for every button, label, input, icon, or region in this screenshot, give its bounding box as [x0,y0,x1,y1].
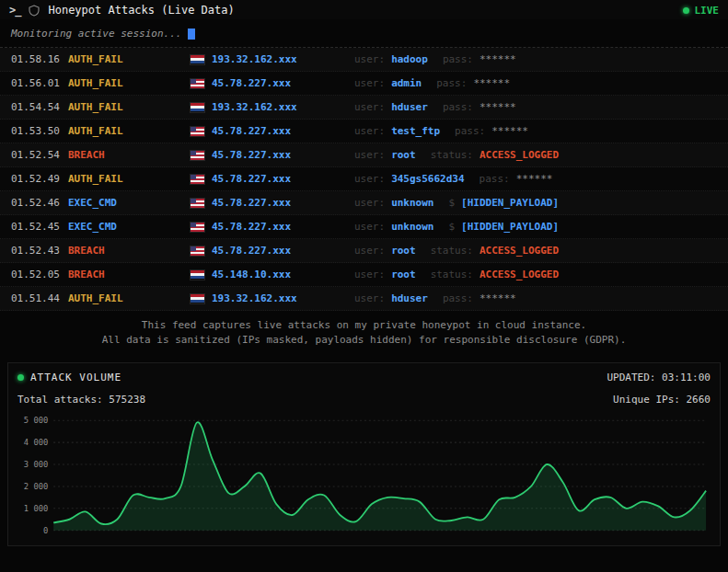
table-row: 01.56.01 AUTH_FAIL 45.78.227.xxx user: a… [0,72,728,96]
row-user: hduser [391,292,428,304]
row-type: EXEC_CMD [68,197,191,209]
row-time: 01.51.44 [11,292,68,304]
row-type: BREACH [68,269,191,280]
extra-value: ACCESS_LOGGED [480,245,559,257]
title-bar: >_ Honeypot Attacks (Live Data) LIVE [0,0,728,19]
table-row: 01.52.46 EXEC_CMD 45.78.227.xxx user: un… [0,191,728,215]
row-time: 01.52.54 [11,149,68,161]
extra-value: ****** [516,173,553,185]
attack-volume-panel: ATTACK VOLUME UPDATED: 03:11:00 Total at… [7,362,721,546]
country-flag-cell [191,103,212,112]
row-time: 01.53.50 [11,125,68,137]
row-type: AUTH_FAIL [68,292,191,304]
table-row: 01.53.50 AUTH_FAIL 45.78.227.xxx user: t… [0,120,728,143]
svg-text:5 000: 5 000 [24,416,48,425]
extra-value: ACCESS_LOGGED [480,149,559,161]
row-user: hadoop [391,53,428,65]
row-type: AUTH_FAIL [68,173,191,185]
table-row: 01.52.05 BREACH 45.148.10.xxx user: root… [0,263,728,287]
user-label: user: [354,221,385,233]
page-title: Honeypot Attacks (Live Data) [48,4,234,17]
row-time: 01.52.05 [11,269,68,280]
row-user: unknown [391,197,433,209]
country-flag-icon [191,294,204,303]
user-label: user: [354,125,385,137]
row-ip: 45.78.227.xxx [212,245,354,257]
row-user: test_ftp [391,125,440,137]
row-user: 345gs5662d34 [391,173,464,185]
extra-value: ****** [480,292,516,304]
terminal-prompt-icon: >_ [9,4,20,17]
svg-text:3 000: 3 000 [24,460,48,469]
row-time: 01.52.49 [11,173,68,185]
country-flag-cell [191,127,212,136]
row-ip: 45.78.227.xxx [212,173,354,185]
attack-volume-chart: 01 0002 0003 0004 0005 000 [17,413,711,540]
live-badge: LIVE [683,5,720,17]
cursor-block [188,29,195,40]
country-flag-icon [191,79,204,88]
status-line: Monitoring active session... [0,19,728,47]
country-flag-cell [191,151,212,160]
live-dot-icon [683,7,689,14]
row-user: root [391,269,416,280]
table-row: 01.54.54 AUTH_FAIL 193.32.162.xxx user: … [0,96,728,120]
row-type: AUTH_FAIL [68,125,191,137]
extra-label: status: [431,245,473,257]
row-type: BREACH [68,245,191,257]
country-flag-icon [191,246,204,256]
country-flag-icon [191,270,204,280]
panel-header: ATTACK VOLUME UPDATED: 03:11:00 [17,372,711,383]
extra-label: pass: [455,125,485,137]
disclosure-notes: This feed captures live attacks on my pr… [0,311,728,351]
panel-title-label: ATTACK VOLUME [30,372,121,383]
svg-text:1 000: 1 000 [24,504,48,513]
user-label: user: [354,77,385,89]
green-dot-icon [17,374,24,381]
row-user: root [391,149,416,161]
extra-label: $ [448,221,455,233]
row-time: 01.52.45 [11,221,68,233]
extra-label: pass: [436,77,467,89]
country-flag-cell [191,246,212,256]
status-text: Monitoring active session... [11,28,181,40]
updated-timestamp: UPDATED: 03:11:00 [607,372,711,383]
user-label: user: [354,197,385,209]
row-time: 01.58.16 [11,53,68,65]
row-ip: 45.78.227.xxx [212,125,354,137]
row-ip: 45.78.227.xxx [212,77,354,89]
row-ip: 45.78.227.xxx [212,221,354,233]
extra-label: pass: [443,101,473,113]
table-row: 01.51.44 AUTH_FAIL 193.32.162.xxx user: … [0,287,728,311]
row-ip: 45.148.10.xxx [212,269,354,280]
country-flag-cell [191,79,212,88]
extra-label: pass: [480,173,510,185]
country-flag-icon [191,199,204,208]
note-line-2: All data is sanitized (IPs masked, paylo… [0,333,728,348]
shield-icon [29,5,40,17]
live-label: LIVE [695,5,720,17]
note-line-1: This feed captures live attacks on my pr… [0,318,728,333]
country-flag-cell [191,55,212,64]
row-user: admin [391,77,422,89]
country-flag-cell [191,270,212,280]
svg-text:4 000: 4 000 [24,438,48,447]
country-flag-icon [191,175,204,184]
extra-value: ****** [473,77,510,89]
row-user: hduser [391,101,428,113]
row-type: AUTH_FAIL [68,101,191,113]
row-time: 01.52.46 [11,197,68,209]
row-ip: 193.32.162.xxx [212,53,354,65]
country-flag-icon [191,103,204,112]
panel-title: ATTACK VOLUME [17,372,121,383]
user-label: user: [354,245,385,257]
extra-value: ****** [480,53,516,65]
user-label: user: [354,173,385,185]
panel-stats: Total attacks: 575238 Unique IPs: 2660 [17,394,711,406]
user-label: user: [354,292,385,304]
extra-label: status: [431,269,473,280]
country-flag-cell [191,294,212,303]
svg-text:2 000: 2 000 [24,482,48,491]
extra-label: $ [448,197,455,209]
user-label: user: [354,149,385,161]
